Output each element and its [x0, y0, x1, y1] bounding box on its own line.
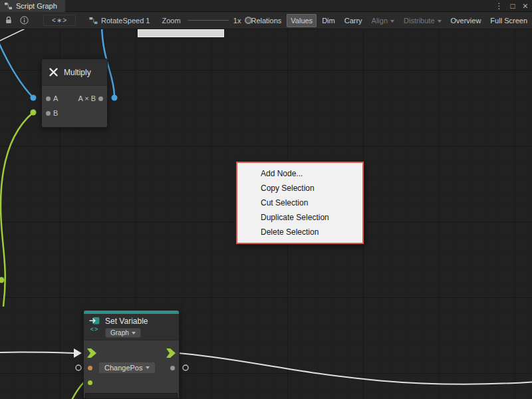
variable-output-port[interactable] — [170, 366, 175, 370]
set-variable-header[interactable]: <> Set Variable Graph — [84, 314, 179, 340]
input-port-a[interactable] — [46, 96, 51, 101]
wire-endpoint-blue — [112, 95, 118, 101]
zoom-label: Zoom — [162, 17, 180, 25]
wire-white-flow-in — [0, 352, 74, 353]
value-row — [84, 375, 179, 390]
align-button: Align — [368, 14, 398, 27]
embedded-node-strip — [85, 393, 178, 399]
menu-item-add-node[interactable]: Add Node... — [237, 166, 362, 181]
graph-toolbar: <∗> RotateSpeed 1 Zoom 1x Relations Valu… — [0, 12, 532, 29]
title-bar: Script Graph ⋮ □ × — [0, 0, 532, 12]
tab-title: Script Graph — [16, 2, 57, 10]
zoom-slider[interactable] — [188, 17, 229, 25]
zoom-value: 1x — [233, 17, 241, 25]
flow-output-arrow[interactable] — [166, 348, 176, 358]
wire-white-topleft — [0, 29, 28, 43]
close-icon[interactable]: × — [523, 0, 528, 12]
variable-row: ChangePos — [84, 360, 179, 375]
script-graph-icon — [4, 2, 13, 10]
wire-blue-left — [0, 33, 33, 98]
zoom-slider-track — [188, 20, 229, 21]
caret-down-icon — [390, 20, 394, 23]
node-title: Multiply — [64, 68, 91, 77]
graph-ref-icon — [89, 17, 98, 25]
values-button[interactable]: Values — [287, 14, 317, 27]
wire-endpoint-green — [31, 110, 37, 116]
flow-row — [84, 346, 179, 360]
overview-button[interactable]: Overview — [447, 14, 485, 27]
lock-icon[interactable] — [5, 16, 13, 25]
distribute-button: Distribute — [400, 14, 445, 27]
zoom-slider-knob[interactable] — [245, 17, 252, 24]
value-input-port[interactable] — [88, 380, 92, 385]
wire-white-flow-out — [178, 353, 532, 384]
set-variable-icon — [89, 317, 100, 325]
port-label-a: A — [53, 94, 58, 102]
dim-button[interactable]: Dim — [318, 14, 339, 27]
variable-input-port[interactable] — [88, 366, 92, 370]
code-preview-button[interactable]: <∗> — [43, 15, 76, 26]
context-menu: Add Node... Copy Selection Cut Selection… — [236, 162, 364, 244]
full-screen-button[interactable]: Full Screen — [486, 14, 531, 27]
caret-down-icon — [146, 366, 150, 369]
maximize-icon[interactable]: □ — [511, 0, 515, 12]
port-ring — [183, 365, 188, 370]
variable-name-dropdown[interactable]: ChangePos — [98, 362, 156, 374]
multiply-header[interactable]: Multiply — [42, 59, 107, 86]
flow-arrowhead — [74, 348, 82, 358]
tab-script-graph[interactable]: Script Graph — [0, 0, 65, 12]
node-multiply[interactable]: Multiply A A × B B — [41, 59, 108, 128]
menu-item-copy-selection[interactable]: Copy Selection — [237, 181, 362, 196]
variable-scope-dropdown[interactable]: Graph — [105, 328, 141, 338]
wire-endpoint-blue — [31, 95, 37, 101]
carry-button[interactable]: Carry — [340, 14, 366, 27]
caret-down-icon — [132, 332, 136, 334]
graph-scope-icon: <> — [90, 326, 99, 332]
output-port-result[interactable] — [98, 96, 103, 101]
menu-item-cut-selection[interactable]: Cut Selection — [237, 196, 362, 210]
graph-reference[interactable]: RotateSpeed 1 — [89, 17, 150, 25]
menu-item-duplicate-selection[interactable]: Duplicate Selection — [237, 210, 362, 225]
port-label-b: B — [53, 109, 58, 117]
port-label-result: A × B — [78, 94, 96, 102]
flow-input-arrow[interactable] — [87, 348, 96, 358]
wire-endpoint-green — [0, 277, 5, 283]
relations-button[interactable]: Relations — [247, 14, 285, 27]
node-title: Set Variable — [105, 317, 148, 326]
floating-field — [138, 29, 224, 37]
info-icon[interactable] — [20, 16, 29, 25]
wire-green-bottom — [66, 382, 84, 399]
port-ring — [76, 365, 81, 370]
caret-down-icon — [438, 20, 442, 23]
menu-item-delete-selection[interactable]: Delete Selection — [237, 225, 362, 239]
node-set-variable[interactable]: <> Set Variable Graph — [83, 310, 180, 399]
input-port-b[interactable] — [46, 111, 51, 116]
wire-green-left — [1, 112, 33, 307]
window-menu-icon[interactable]: ⋮ — [495, 0, 503, 12]
multiply-icon — [49, 67, 59, 77]
graph-reference-label: RotateSpeed 1 — [101, 17, 150, 25]
